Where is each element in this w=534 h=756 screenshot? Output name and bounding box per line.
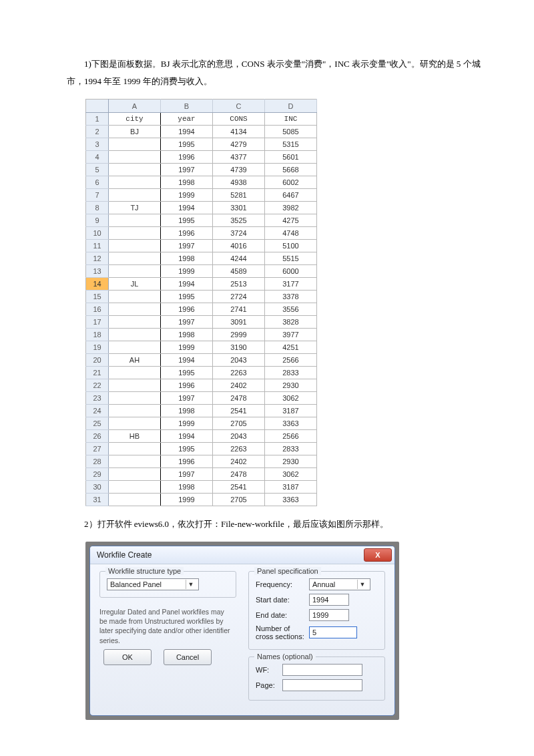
cell[interactable]	[109, 379, 161, 392]
cell[interactable]: 2741	[213, 303, 265, 316]
cell[interactable]: 1999	[161, 417, 213, 430]
cell[interactable]: 3190	[213, 341, 265, 354]
cell[interactable]: 2705	[213, 417, 265, 430]
cell[interactable]: 2930	[265, 379, 317, 392]
cell[interactable]: 1996	[161, 455, 213, 468]
row-header[interactable]: 15	[86, 291, 109, 303]
row-header[interactable]: 30	[86, 481, 109, 494]
column-header[interactable]: D	[265, 100, 317, 113]
cell[interactable]: city	[109, 113, 161, 126]
row-header[interactable]: 7	[86, 189, 109, 202]
cell[interactable]: 2541	[213, 405, 265, 417]
cell[interactable]: HB	[109, 430, 161, 443]
cell[interactable]: 2724	[213, 291, 265, 303]
cell[interactable]: 1995	[161, 443, 213, 455]
cell[interactable]: 2043	[213, 354, 265, 367]
cell[interactable]: TJ	[109, 202, 161, 214]
column-header[interactable]: C	[213, 100, 265, 113]
cell[interactable]: 4589	[213, 265, 265, 278]
cell[interactable]	[109, 240, 161, 252]
cell[interactable]: 2478	[213, 392, 265, 405]
cell[interactable]	[109, 329, 161, 341]
cell[interactable]: 1995	[161, 214, 213, 227]
cell[interactable]	[109, 291, 161, 303]
row-header[interactable]: 18	[86, 329, 109, 341]
row-header[interactable]: 1	[86, 113, 109, 126]
cell[interactable]: 4016	[213, 240, 265, 252]
cell[interactable]: AH	[109, 354, 161, 367]
cell[interactable]: 5515	[265, 252, 317, 265]
row-header[interactable]: 3	[86, 138, 109, 151]
cell[interactable]: 5100	[265, 240, 317, 252]
row-header[interactable]: 2	[86, 126, 109, 138]
row-header[interactable]: 28	[86, 455, 109, 468]
cell[interactable]: 5315	[265, 138, 317, 151]
cell[interactable]: 1998	[161, 176, 213, 189]
cell[interactable]: 2043	[213, 430, 265, 443]
row-header[interactable]: 24	[86, 405, 109, 417]
cell[interactable]: 4938	[213, 176, 265, 189]
cell[interactable]: 5281	[213, 189, 265, 202]
cell[interactable]	[109, 494, 161, 506]
wf-input[interactable]	[282, 664, 362, 676]
cell[interactable]: 2478	[213, 468, 265, 481]
cell[interactable]: 6000	[265, 265, 317, 278]
structure-type-combo[interactable]: Balanced Panel ▼	[107, 578, 199, 590]
cell[interactable]	[109, 214, 161, 227]
cell[interactable]: CONS	[213, 113, 265, 126]
row-header[interactable]: 5	[86, 164, 109, 176]
cell[interactable]: 2263	[213, 367, 265, 379]
cell[interactable]: 4134	[213, 126, 265, 138]
cell[interactable]: 2566	[265, 354, 317, 367]
cell[interactable]: JL	[109, 278, 161, 291]
cell[interactable]: 3982	[265, 202, 317, 214]
cell[interactable]: 1999	[161, 189, 213, 202]
cell[interactable]	[109, 303, 161, 316]
row-header[interactable]: 20	[86, 354, 109, 367]
cell[interactable]: BJ	[109, 126, 161, 138]
cell[interactable]: 1996	[161, 227, 213, 240]
row-header[interactable]: 29	[86, 468, 109, 481]
cell[interactable]: 4377	[213, 151, 265, 164]
row-header[interactable]: 6	[86, 176, 109, 189]
cell[interactable]: 1997	[161, 240, 213, 252]
row-header[interactable]: 11	[86, 240, 109, 252]
cell[interactable]: 1998	[161, 329, 213, 341]
cell[interactable]: 1997	[161, 316, 213, 329]
cell[interactable]: 2930	[265, 455, 317, 468]
cell[interactable]: 2999	[213, 329, 265, 341]
row-header[interactable]: 23	[86, 392, 109, 405]
cell[interactable]: 2402	[213, 455, 265, 468]
cell[interactable]	[109, 138, 161, 151]
cell[interactable]: 3177	[265, 278, 317, 291]
cell[interactable]: 3378	[265, 291, 317, 303]
cell[interactable]: 1997	[161, 468, 213, 481]
cell[interactable]: 1994	[161, 202, 213, 214]
row-header[interactable]: 21	[86, 367, 109, 379]
cell[interactable]: 1998	[161, 481, 213, 494]
cell[interactable]: 1999	[161, 494, 213, 506]
cell[interactable]	[109, 164, 161, 176]
cell[interactable]: 3301	[213, 202, 265, 214]
row-header[interactable]: 31	[86, 494, 109, 506]
cell[interactable]: 5601	[265, 151, 317, 164]
cell[interactable]	[109, 252, 161, 265]
cell[interactable]	[109, 405, 161, 417]
cell[interactable]: 2513	[213, 278, 265, 291]
cell[interactable]: 2541	[213, 481, 265, 494]
cell[interactable]: 1997	[161, 164, 213, 176]
cell[interactable]: 3556	[265, 303, 317, 316]
row-header[interactable]: 9	[86, 214, 109, 227]
cell[interactable]: 5668	[265, 164, 317, 176]
cell[interactable]: 3724	[213, 227, 265, 240]
row-header[interactable]: 25	[86, 417, 109, 430]
column-header[interactable]: A	[109, 100, 161, 113]
cell[interactable]: 3187	[265, 481, 317, 494]
cell[interactable]	[109, 265, 161, 278]
cell[interactable]: 2402	[213, 379, 265, 392]
frequency-combo[interactable]: Annual ▼	[309, 578, 370, 590]
cell[interactable]: 1994	[161, 354, 213, 367]
cell[interactable]: 6002	[265, 176, 317, 189]
column-header[interactable]: B	[161, 100, 213, 113]
cell[interactable]	[109, 455, 161, 468]
